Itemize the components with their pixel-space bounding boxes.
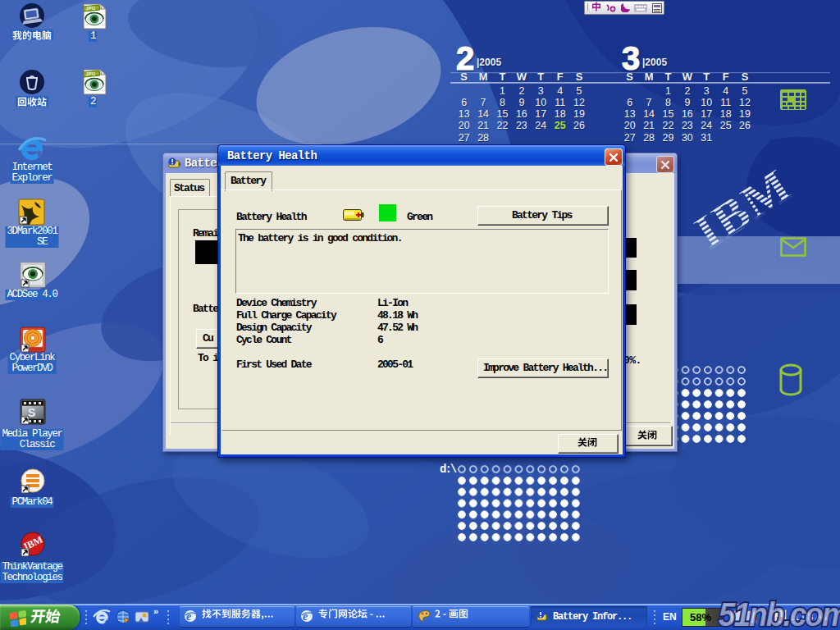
svg-text:e: e [186, 610, 191, 623]
svg-text:JPG: JPG [85, 71, 96, 77]
svg-text:e: e [303, 610, 308, 623]
svg-text:51nb.com: 51nb.com [719, 596, 840, 630]
svg-text:JPG: JPG [85, 6, 96, 11]
